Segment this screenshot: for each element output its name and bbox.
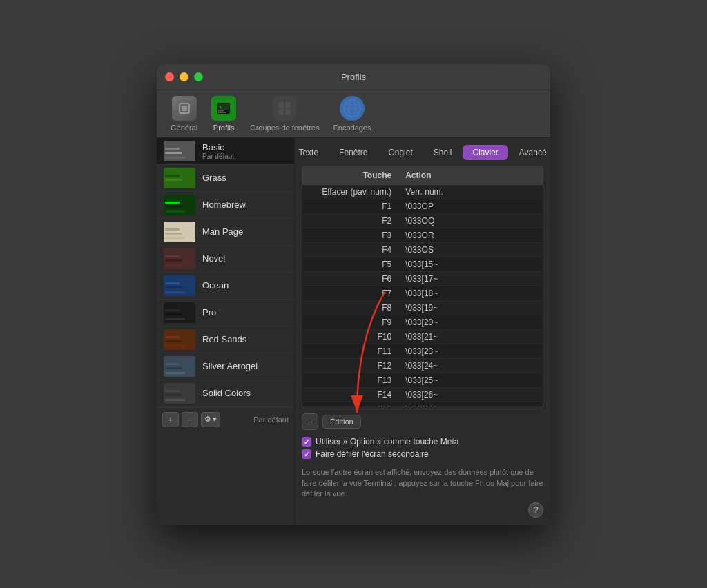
thumbnail-grass xyxy=(164,168,195,188)
option-meta-label: Utiliser « Option » comme touche Meta xyxy=(316,437,458,447)
sidebar-item-solidcolors[interactable]: Solid Colors xyxy=(157,380,294,407)
titlebar: Profils xyxy=(157,64,550,90)
tab-fenetre[interactable]: Fenêtre xyxy=(329,145,377,160)
gear-button[interactable]: ⚙ ▾ xyxy=(201,412,220,427)
table-row[interactable]: F5\033[15~ xyxy=(302,257,543,272)
table-row[interactable]: F12\033[24~ xyxy=(302,359,543,373)
sidebar-name-homebrew: Homebrew xyxy=(202,199,246,210)
checkbox-option-meta: Utiliser « Option » comme touche Meta xyxy=(302,437,543,447)
sidebar-item-grass[interactable]: Grass xyxy=(157,165,294,192)
remove-profile-button[interactable]: − xyxy=(182,412,198,427)
info-text: Lorsque l'autre écran est affiché, envoy… xyxy=(295,466,550,503)
cell-action: \033[20~ xyxy=(398,315,543,329)
window-controls xyxy=(165,72,203,81)
thumbnail-basic xyxy=(164,141,195,161)
bottom-bar: − Édition xyxy=(295,409,550,434)
toolbar-general[interactable]: Général xyxy=(171,96,197,137)
table-row[interactable]: F15\033[28~ xyxy=(302,402,543,407)
edition-button[interactable]: Édition xyxy=(322,415,361,429)
sidebar-item-ocean[interactable]: Ocean xyxy=(157,273,294,300)
minimize-button[interactable] xyxy=(180,72,188,81)
table-body: Effacer (pav. num.)Verr. num.F1\033OPF2\… xyxy=(302,185,543,407)
table-row[interactable]: F13\033[25~ xyxy=(302,373,543,388)
table-row[interactable]: F7\033[18~ xyxy=(302,286,543,301)
cell-touche: F7 xyxy=(302,286,398,300)
sidebar-name-silveraerogel: Silver Aerogel xyxy=(202,361,258,371)
cell-action: \033[21~ xyxy=(398,330,543,344)
maximize-button[interactable] xyxy=(194,72,203,81)
svg-rect-9 xyxy=(278,109,284,115)
main-window: Profils Général $ _ Pro xyxy=(157,64,550,525)
toolbar-profils-label: Profils xyxy=(213,124,235,132)
thumbnail-homebrew xyxy=(164,195,195,215)
cell-action: \033OS xyxy=(398,243,543,257)
scroll-secondary-checkbox[interactable] xyxy=(302,449,311,459)
tab-clavier[interactable]: Clavier xyxy=(463,145,507,160)
toolbar: Général $ _ Profils xyxy=(157,90,550,138)
header-action: Action xyxy=(398,169,543,182)
sidebar-item-pro[interactable]: Pro xyxy=(157,300,294,326)
cell-touche: F11 xyxy=(302,344,398,358)
content-area: BasicPar défautGrassHomebrewMan PageNove… xyxy=(157,138,550,525)
tab-onglet[interactable]: Onglet xyxy=(378,145,422,160)
sidebar-name-pro: Pro xyxy=(202,307,216,317)
toolbar-general-label: Général xyxy=(171,124,197,132)
sidebar-name-ocean: Ocean xyxy=(202,280,229,291)
table-row[interactable]: F1\033OP xyxy=(302,199,543,214)
table-row[interactable]: F9\033[20~ xyxy=(302,315,543,330)
gear-chevron-icon: ▾ xyxy=(213,415,217,424)
cell-action: \033[17~ xyxy=(398,272,543,286)
table-row[interactable]: F11\033[23~ xyxy=(302,344,543,359)
toolbar-profils[interactable]: $ _ Profils xyxy=(211,96,236,137)
sidebar-item-silveraerogel[interactable]: Silver Aerogel xyxy=(157,353,294,380)
table-row[interactable]: F6\033[17~ xyxy=(302,272,543,286)
cell-touche: F13 xyxy=(302,373,398,387)
header-touche: Touche xyxy=(302,169,398,182)
cell-touche: F1 xyxy=(302,199,398,213)
bottom-section: − Édition Utiliser « Option » comme touc… xyxy=(295,409,550,524)
minus-button[interactable]: − xyxy=(302,413,318,430)
svg-text:$ _: $ _ xyxy=(220,105,226,110)
cell-touche: F15 xyxy=(302,402,398,407)
table-header: Touche Action xyxy=(302,166,543,185)
help-button[interactable]: ? xyxy=(528,502,543,518)
sidebar-name-solidcolors: Solid Colors xyxy=(202,388,251,398)
cell-touche: F2 xyxy=(302,214,398,228)
sidebar-item-manpage[interactable]: Man Page xyxy=(157,219,294,246)
add-profile-button[interactable]: + xyxy=(162,412,179,427)
toolbar-groupes[interactable]: Groupes de fenêtres xyxy=(250,96,319,137)
toolbar-groupes-label: Groupes de fenêtres xyxy=(250,124,319,132)
toolbar-encodages[interactable]: Encodages xyxy=(333,96,371,137)
table-row[interactable]: F14\033[26~ xyxy=(302,388,543,402)
svg-rect-6 xyxy=(218,112,226,113)
tab-shell[interactable]: Shell xyxy=(424,145,462,160)
cell-action: \033[23~ xyxy=(398,344,543,358)
sidebar-item-redsands[interactable]: Red Sands xyxy=(157,326,294,353)
cell-action: \033[26~ xyxy=(398,388,543,402)
checkboxes-area: Utiliser « Option » comme touche Meta Fa… xyxy=(295,434,550,466)
cell-touche: F5 xyxy=(302,257,398,271)
encodages-icon xyxy=(340,96,365,121)
sidebar-item-novel[interactable]: Novel xyxy=(157,246,294,273)
default-label: Par défaut xyxy=(253,415,289,424)
sidebar-item-basic[interactable]: BasicPar défaut xyxy=(157,138,294,165)
svg-rect-1 xyxy=(182,106,187,111)
scroll-secondary-label: Faire défiler l'écran secondaire xyxy=(316,449,429,459)
close-button[interactable] xyxy=(165,72,174,81)
table-row[interactable]: F4\033OS xyxy=(302,243,543,257)
cell-action: \033[28~ xyxy=(398,402,543,407)
tab-texte[interactable]: Texte xyxy=(295,145,328,160)
sidebar-item-homebrew[interactable]: Homebrew xyxy=(157,192,294,219)
cell-action: \033[25~ xyxy=(398,373,543,387)
tab-avance[interactable]: Avancé xyxy=(510,145,550,160)
option-meta-checkbox[interactable] xyxy=(302,437,311,447)
sidebar-name-manpage: Man Page xyxy=(202,226,243,237)
table-row[interactable]: F8\033[19~ xyxy=(302,301,543,315)
table-row[interactable]: F3\033OR xyxy=(302,228,543,243)
cell-touche: F14 xyxy=(302,388,398,402)
table-row[interactable]: Effacer (pav. num.)Verr. num. xyxy=(302,185,543,199)
table-row[interactable]: F10\033[21~ xyxy=(302,330,543,344)
table-row[interactable]: F2\033OQ xyxy=(302,214,543,228)
keyboard-table: Touche Action Effacer (pav. num.)Verr. n… xyxy=(302,166,543,410)
gear-icon: ⚙ xyxy=(204,415,211,424)
